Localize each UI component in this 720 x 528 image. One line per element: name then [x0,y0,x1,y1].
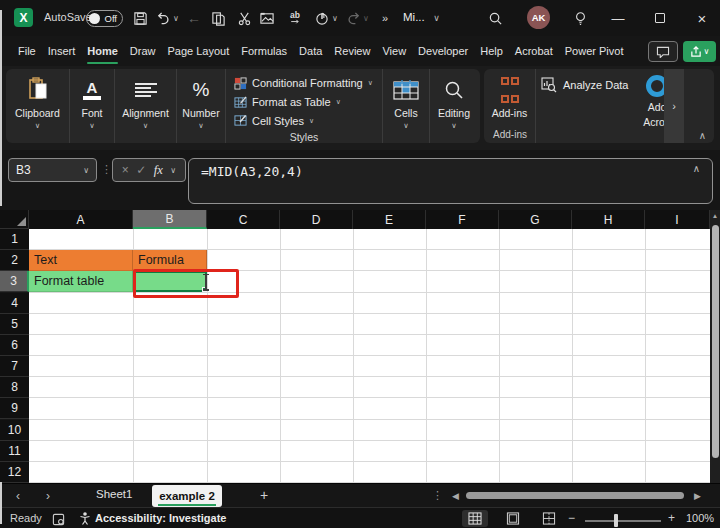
excel-logo-icon[interactable]: X [14,8,33,27]
row-header-8[interactable]: 8 [0,377,29,398]
conditional-formatting-button[interactable]: Conditional Formatting∨ [234,74,373,93]
zoom-in-button[interactable]: + [668,511,675,525]
font-group-button[interactable]: A Font ∨ [70,69,115,143]
cell-A2[interactable]: Text [29,250,133,271]
view-normal-button[interactable] [462,510,488,527]
analyze-data-button[interactable]: Analyze Data [541,77,628,93]
cut-icon[interactable] [236,10,252,26]
zoom-out-button[interactable]: − [568,511,575,525]
view-page-break-button[interactable] [536,510,562,527]
ribbon-scroll-right-button[interactable]: › [664,69,684,143]
row-header-2[interactable]: 2 [0,250,29,271]
column-header-C[interactable]: C [207,210,280,229]
select-all-corner[interactable] [0,210,29,229]
vertical-scrollbar-thumb[interactable] [712,225,719,458]
row-header-9[interactable]: 9 [0,398,29,419]
autosave-toggle[interactable]: Off [86,10,123,27]
cell-styles-button[interactable]: Cell Styles∨ [234,111,314,130]
tab-page-layout[interactable]: Page Layout [167,45,229,57]
cell-A3[interactable]: Format table [29,271,133,292]
row-header-4[interactable]: 4 [0,293,29,314]
tab-review[interactable]: Review [334,45,370,57]
sheet-tab-example2-active[interactable]: example 2 [152,485,222,507]
save-icon[interactable] [132,10,148,26]
vertical-scrollbar[interactable]: ▲ [710,210,720,483]
comments-button[interactable] [648,41,678,62]
tab-view[interactable]: View [382,45,406,57]
add-sheet-button[interactable]: + [260,487,268,503]
tab-help[interactable]: Help [480,45,503,57]
formula-input[interactable]: =MID(A3,20,4) ∧ [188,158,713,204]
insert-function-icon[interactable]: fx [154,163,163,178]
row-header-5[interactable]: 5 [0,314,29,335]
view-page-layout-button[interactable] [500,510,526,527]
share-button[interactable]: ∨ [683,41,716,62]
column-header-B[interactable]: B [133,210,207,229]
tab-insert[interactable]: Insert [48,45,76,57]
tab-draw[interactable]: Draw [130,45,156,57]
collapse-ribbon-icon[interactable]: ∧ [699,130,706,141]
touch-mode-dropdown-icon[interactable]: ∨ [331,10,339,26]
cancel-icon[interactable]: × [122,163,129,177]
tab-developer[interactable]: Developer [418,45,468,57]
tab-power-pivot[interactable]: Power Pivot [565,45,624,57]
tab-acrobat[interactable]: Acrobat [515,45,553,57]
name-box-dropdown-icon[interactable]: ∨ [83,166,89,175]
copy-icon[interactable] [210,10,226,26]
clipboard-group-button[interactable]: Clipboard ∨ [6,69,70,143]
accessibility-icon[interactable] [78,511,92,528]
tab-file[interactable]: File [18,45,36,57]
row-header-1[interactable]: 1 [0,229,29,250]
zoom-slider-thumb[interactable] [614,514,618,527]
tab-data[interactable]: Data [299,45,322,57]
maximize-button[interactable] [652,10,668,26]
column-header-I[interactable]: I [645,210,710,229]
alignment-group-button[interactable]: Alignment ∨ [115,69,177,143]
row-header-10[interactable]: 10 [0,420,29,441]
horizontal-scrollbar-thumb[interactable] [466,492,684,499]
scroll-right-icon[interactable]: ▶ [694,491,701,501]
tab-bar-dots-icon[interactable]: ⋮ [432,489,443,502]
row-header-6[interactable]: 6 [0,335,29,356]
column-header-E[interactable]: E [353,210,426,229]
account-avatar[interactable]: AK [527,6,550,29]
enter-icon[interactable]: ✓ [136,163,146,177]
sheet-tab-sheet1[interactable]: Sheet1 [96,488,132,500]
tab-formulas[interactable]: Formulas [241,45,287,57]
minimize-button[interactable]: — [610,10,626,26]
translate-icon[interactable]: ab [287,10,303,26]
number-group-button[interactable]: % Number ∨ [177,69,226,143]
accessibility-status[interactable]: Accessibility: Investigate [95,512,226,524]
fx-dropdown-icon[interactable]: ∨ [170,166,176,175]
name-box[interactable]: B3 ∨ [8,158,97,182]
column-header-G[interactable]: G [499,210,572,229]
column-header-A[interactable]: A [29,210,133,229]
scroll-up-icon[interactable]: ▲ [710,212,720,219]
collapse-formula-bar-icon[interactable]: ∧ [693,163,700,174]
zoom-slider-track[interactable] [585,520,661,522]
cells-group-button[interactable]: Cells ∨ [383,69,430,143]
editing-group-button[interactable]: Editing ∨ [430,69,478,143]
row-header-12[interactable]: 12 [0,462,29,483]
search-icon[interactable] [487,10,503,26]
close-button[interactable]: × [694,10,710,26]
column-header-H[interactable]: H [572,210,645,229]
column-header-D[interactable]: D [280,210,353,229]
touch-mouse-mode-icon[interactable] [314,10,330,26]
row-header-11[interactable]: 11 [0,441,29,462]
format-as-table-button[interactable]: Format as Table∨ [234,93,341,112]
column-header-F[interactable]: F [426,210,499,229]
lightbulb-icon[interactable] [572,10,588,26]
sheet-nav-right-icon[interactable]: › [46,489,50,503]
scroll-left-icon[interactable]: ◀ [452,491,459,501]
zoom-level[interactable]: 100% [686,512,714,524]
row-header-3[interactable]: 3 [0,271,29,292]
insert-picture-icon[interactable] [259,10,275,26]
tab-home[interactable]: Home [87,45,118,57]
macro-record-icon[interactable] [52,512,65,528]
more-commands-icon[interactable]: » [377,10,393,26]
document-title[interactable]: Mi... [403,11,425,23]
undo-dropdown-icon[interactable]: ∨ [172,10,180,26]
undo-icon[interactable] [155,10,171,26]
sheet-nav-left-icon[interactable]: ‹ [16,489,20,503]
